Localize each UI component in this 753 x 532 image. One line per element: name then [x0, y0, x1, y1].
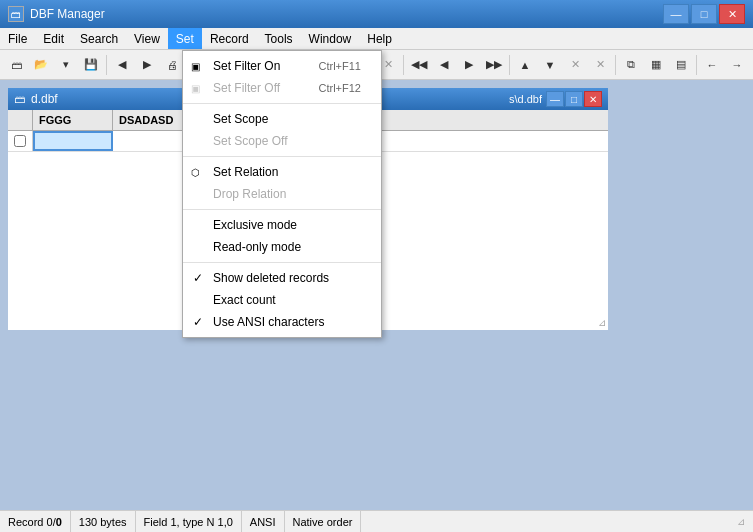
- separator-5: [509, 55, 510, 75]
- filter-on-icon: ▣: [191, 61, 200, 72]
- toolbar-grid1[interactable]: ▦: [644, 53, 668, 77]
- close-button[interactable]: ✕: [719, 4, 745, 24]
- menu-tools[interactable]: Tools: [257, 28, 301, 49]
- menu-section-relation: ⬡ Set Relation Drop Relation: [183, 157, 381, 210]
- toolbar-copy[interactable]: ⧉: [619, 53, 643, 77]
- set-filter-on-label: Set Filter On: [213, 59, 280, 73]
- toolbar-back[interactable]: ◀: [110, 53, 134, 77]
- row1-checkbox[interactable]: [8, 131, 33, 151]
- set-filter-off-shortcut: Ctrl+F12: [319, 82, 362, 94]
- resize-grip[interactable]: ⊿: [598, 317, 606, 328]
- app-title: DBF Manager: [30, 7, 105, 21]
- title-bar-controls[interactable]: — □ ✕: [663, 4, 745, 24]
- toolbar-new[interactable]: 🗃: [4, 53, 28, 77]
- toolbar-sort-up[interactable]: ▲: [513, 53, 537, 77]
- menu-view[interactable]: View: [126, 28, 168, 49]
- toolbar-nav-left[interactable]: ←: [700, 53, 724, 77]
- menu-window[interactable]: Window: [301, 28, 360, 49]
- toolbar-nav-first[interactable]: ◀◀: [407, 53, 431, 77]
- set-dropdown-menu: ▣ Set Filter On Ctrl+F11 ▣ Set Filter Of…: [182, 50, 382, 338]
- toolbar-nav-prev[interactable]: ◀: [432, 53, 456, 77]
- toolbar-save[interactable]: 💾: [79, 53, 103, 77]
- use-ansi-checkmark: ✓: [193, 315, 203, 329]
- inner-minimize[interactable]: —: [546, 91, 564, 107]
- toolbar-forward[interactable]: ▶: [135, 53, 159, 77]
- status-encoding-label: ANSI: [250, 516, 276, 528]
- menu-edit[interactable]: Edit: [35, 28, 72, 49]
- row1-check-input[interactable]: [14, 135, 26, 147]
- set-scope-label: Set Scope: [213, 112, 268, 126]
- status-bar: Record 0/0 130 bytes Field 1, type N 1,0…: [0, 510, 753, 532]
- separator-7: [696, 55, 697, 75]
- toolbar-nav-next[interactable]: ▶: [457, 53, 481, 77]
- set-filter-on[interactable]: ▣ Set Filter On Ctrl+F11: [183, 55, 381, 77]
- menu-bar-wrapper: File Edit Search View Set Record Tools W…: [0, 28, 753, 50]
- status-record-label: Record 0/: [8, 516, 56, 528]
- status-encoding: ANSI: [242, 511, 285, 532]
- maximize-button[interactable]: □: [691, 4, 717, 24]
- toolbar-print[interactable]: 🖨: [160, 53, 184, 77]
- set-relation-label: Set Relation: [213, 165, 278, 179]
- drop-relation: Drop Relation: [183, 183, 381, 205]
- toolbar-nav-last[interactable]: ▶▶: [482, 53, 506, 77]
- toolbar-grid2[interactable]: ▤: [669, 53, 693, 77]
- drop-relation-label: Drop Relation: [213, 187, 286, 201]
- use-ansi[interactable]: ✓ Use ANSI characters: [183, 311, 381, 333]
- set-scope[interactable]: Set Scope: [183, 108, 381, 130]
- inner-window-left-title: d.dbf: [31, 92, 58, 106]
- exclusive-mode[interactable]: Exclusive mode: [183, 214, 381, 236]
- exact-count-label: Exact count: [213, 293, 276, 307]
- show-deleted-checkmark: ✓: [193, 271, 203, 285]
- inner-window-left-icon: 🗃: [14, 93, 25, 105]
- relation-icon: ⬡: [191, 167, 200, 178]
- inner-controls[interactable]: — □ ✕: [546, 91, 602, 107]
- title-bar-left: 🗃 DBF Manager: [8, 6, 105, 22]
- row1-fggg[interactable]: [33, 131, 113, 151]
- menu-section-options: ✓ Show deleted records Exact count ✓ Use…: [183, 263, 381, 337]
- title-bar: 🗃 DBF Manager — □ ✕: [0, 0, 753, 28]
- toolbar-x2[interactable]: ✕: [563, 53, 587, 77]
- toolbar-open[interactable]: 📂: [29, 53, 53, 77]
- readonly-mode-label: Read-only mode: [213, 240, 301, 254]
- status-field-label: Field 1, type N 1,0: [144, 516, 233, 528]
- filter-off-icon: ▣: [191, 83, 200, 94]
- exact-count[interactable]: Exact count: [183, 289, 381, 311]
- set-filter-off-label: Set Filter Off: [213, 81, 280, 95]
- minimize-button[interactable]: —: [663, 4, 689, 24]
- menu-section-scope: Set Scope Set Scope Off: [183, 104, 381, 157]
- toolbar-nav-right[interactable]: →: [725, 53, 749, 77]
- exclusive-mode-label: Exclusive mode: [213, 218, 297, 232]
- menu-section-filter: ▣ Set Filter On Ctrl+F11 ▣ Set Filter Of…: [183, 51, 381, 104]
- separator-4: [403, 55, 404, 75]
- menu-help[interactable]: Help: [359, 28, 400, 49]
- status-record-num: 0: [56, 516, 62, 528]
- set-scope-off-label: Set Scope Off: [213, 134, 288, 148]
- status-field: Field 1, type N 1,0: [136, 511, 242, 532]
- toolbar-sort-down[interactable]: ▼: [538, 53, 562, 77]
- status-bytes-label: 130 bytes: [79, 516, 127, 528]
- status-order: Native order: [285, 511, 362, 532]
- set-scope-off: Set Scope Off: [183, 130, 381, 152]
- set-filter-off: ▣ Set Filter Off Ctrl+F12: [183, 77, 381, 99]
- show-deleted-records[interactable]: ✓ Show deleted records: [183, 267, 381, 289]
- th-checkbox: [8, 110, 33, 130]
- row1-dsadasd[interactable]: [113, 131, 193, 151]
- status-bytes: 130 bytes: [71, 511, 136, 532]
- inner-maximize[interactable]: □: [565, 91, 583, 107]
- toolbar-dropdown[interactable]: ▾: [54, 53, 78, 77]
- inner-close[interactable]: ✕: [584, 91, 602, 107]
- th-dsadasd: DSADASD: [113, 110, 193, 130]
- menu-bar: File Edit Search View Set Record Tools W…: [0, 28, 753, 50]
- menu-record[interactable]: Record: [202, 28, 257, 49]
- use-ansi-label: Use ANSI characters: [213, 315, 324, 329]
- readonly-mode[interactable]: Read-only mode: [183, 236, 381, 258]
- toolbar-x3[interactable]: ✕: [588, 53, 612, 77]
- th-fggg: FGGG: [33, 110, 113, 130]
- menu-search[interactable]: Search: [72, 28, 126, 49]
- set-relation[interactable]: ⬡ Set Relation: [183, 161, 381, 183]
- app-icon: 🗃: [8, 6, 24, 22]
- menu-file[interactable]: File: [0, 28, 35, 49]
- menu-set[interactable]: Set: [168, 28, 202, 49]
- separator-6: [615, 55, 616, 75]
- menu-section-mode: Exclusive mode Read-only mode: [183, 210, 381, 263]
